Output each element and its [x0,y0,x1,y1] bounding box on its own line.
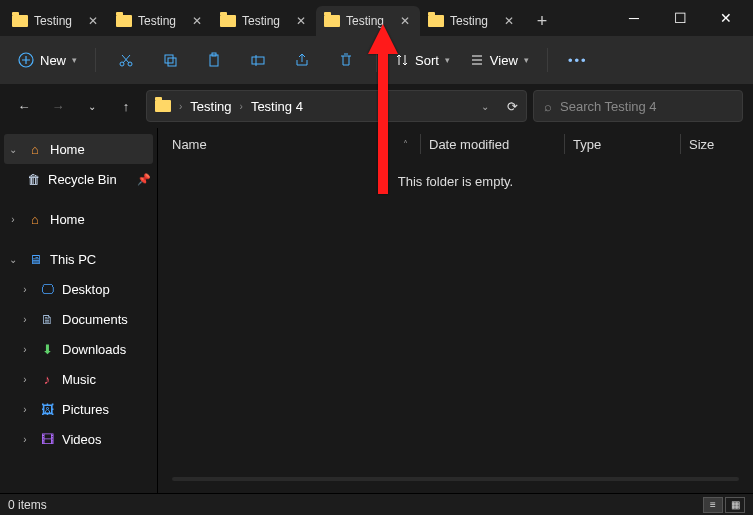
paste-button[interactable] [194,44,234,76]
tab-2[interactable]: Testing ✕ [108,6,212,36]
sidebar-item-label: Desktop [62,282,151,297]
close-icon[interactable]: ✕ [294,14,308,28]
refresh-button[interactable]: ⟳ [507,99,518,114]
video-icon: 🎞 [38,432,56,447]
folder-icon [155,100,171,112]
search-input[interactable] [560,99,732,114]
maximize-button[interactable]: ☐ [657,0,703,36]
sort-icon [395,53,409,67]
recent-locations-button[interactable]: ⌄ [78,92,106,120]
divider [376,48,377,72]
breadcrumb-segment[interactable]: Testing [190,99,231,114]
sidebar-item-label: Home [50,212,151,227]
view-label: View [490,53,518,68]
forward-button[interactable]: → [44,92,72,120]
chevron-right-icon: › [18,314,32,325]
address-row: ← → ⌄ ↑ › Testing › Testing 4 ⌄ ⟳ ⌕ [0,84,753,128]
column-date-modified[interactable]: Date modified [420,134,564,154]
more-button[interactable]: ••• [558,44,598,76]
share-button[interactable] [282,44,322,76]
sidebar-item-music[interactable]: › ♪ Music [0,364,157,394]
copy-button[interactable] [150,44,190,76]
paste-icon [206,52,222,68]
pin-icon: 📌 [137,173,151,186]
sidebar-item-label: Music [62,372,151,387]
empty-folder-message: This folder is empty. [158,160,753,189]
document-icon: 🗎 [38,312,56,327]
chevron-right-icon: › [18,344,32,355]
sidebar-item-desktop[interactable]: › 🖵 Desktop [0,274,157,304]
share-icon [294,52,310,68]
minimize-button[interactable]: ─ [611,0,657,36]
cut-button[interactable] [106,44,146,76]
chevron-right-icon: › [18,374,32,385]
up-button[interactable]: ↑ [112,92,140,120]
tab-1[interactable]: Testing ✕ [4,6,108,36]
chevron-down-icon: ▾ [72,55,77,65]
folder-icon [116,15,132,27]
address-bar[interactable]: › Testing › Testing 4 ⌄ ⟳ [146,90,527,122]
sidebar-item-downloads[interactable]: › ⬇ Downloads [0,334,157,364]
column-name[interactable]: Name ˄ [172,134,420,154]
rename-button[interactable] [238,44,278,76]
sort-label: Sort [415,53,439,68]
chevron-right-icon: › [240,101,243,112]
column-type[interactable]: Type [564,134,680,154]
back-button[interactable]: ← [10,92,38,120]
chevron-down-icon: ▾ [524,55,529,65]
sidebar: ⌄ ⌂ Home 🗑 Recycle Bin 📌 › ⌂ Home ⌄ 🖥 Th… [0,128,158,493]
cut-icon [118,52,134,68]
sidebar-item-label: This PC [50,252,151,267]
new-tab-button[interactable]: + [524,6,560,36]
home-icon: ⌂ [26,212,44,227]
sort-indicator-icon: ˄ [403,139,408,150]
new-label: New [40,53,66,68]
tab-label: Testing [138,14,184,28]
content-pane: Name ˄ Date modified Type Size This fold… [158,128,753,493]
delete-button[interactable] [326,44,366,76]
view-icon [470,53,484,67]
sidebar-item-this-pc[interactable]: ⌄ 🖥 This PC [0,244,157,274]
sort-button[interactable]: Sort ▾ [387,44,458,76]
tab-3[interactable]: Testing ✕ [212,6,316,36]
chevron-right-icon: › [18,434,32,445]
column-size[interactable]: Size [680,134,739,154]
rename-icon [250,52,266,68]
tab-label: Testing [450,14,496,28]
sidebar-item-home-2[interactable]: › ⌂ Home [0,204,157,234]
search-box[interactable]: ⌕ [533,90,743,122]
close-icon[interactable]: ✕ [398,14,412,28]
horizontal-scrollbar[interactable] [172,477,739,489]
sidebar-item-pictures[interactable]: › 🖼 Pictures [0,394,157,424]
sidebar-item-recycle-bin[interactable]: 🗑 Recycle Bin 📌 [0,164,157,194]
search-icon: ⌕ [544,99,552,114]
column-label: Name [172,137,207,152]
item-count: 0 items [8,498,47,512]
music-icon: ♪ [38,372,56,387]
chevron-down-icon: ▾ [445,55,450,65]
chevron-right-icon: › [179,101,182,112]
tab-4[interactable]: Testing ✕ [316,6,420,36]
divider [95,48,96,72]
view-button[interactable]: View ▾ [462,44,537,76]
close-window-button[interactable]: ✕ [703,0,749,36]
column-headers: Name ˄ Date modified Type Size [158,128,753,160]
close-icon[interactable]: ✕ [86,14,100,28]
breadcrumb-segment[interactable]: Testing 4 [251,99,303,114]
chevron-down-icon[interactable]: ⌄ [481,101,489,112]
sidebar-item-videos[interactable]: › 🎞 Videos [0,424,157,454]
sidebar-item-label: Downloads [62,342,151,357]
details-view-button[interactable]: ≡ [703,497,723,513]
folder-icon [220,15,236,27]
main: ⌄ ⌂ Home 🗑 Recycle Bin 📌 › ⌂ Home ⌄ 🖥 Th… [0,128,753,493]
sidebar-item-home[interactable]: ⌄ ⌂ Home [4,134,153,164]
tab-5[interactable]: Testing ✕ [420,6,524,36]
svg-rect-3 [165,55,173,63]
titlebar: Testing ✕ Testing ✕ Testing ✕ Testing ✕ … [0,0,753,36]
thumbnails-view-button[interactable]: ▦ [725,497,745,513]
sidebar-item-documents[interactable]: › 🗎 Documents [0,304,157,334]
new-button[interactable]: New ▾ [10,44,85,76]
close-icon[interactable]: ✕ [190,14,204,28]
close-icon[interactable]: ✕ [502,14,516,28]
pictures-icon: 🖼 [38,402,56,417]
